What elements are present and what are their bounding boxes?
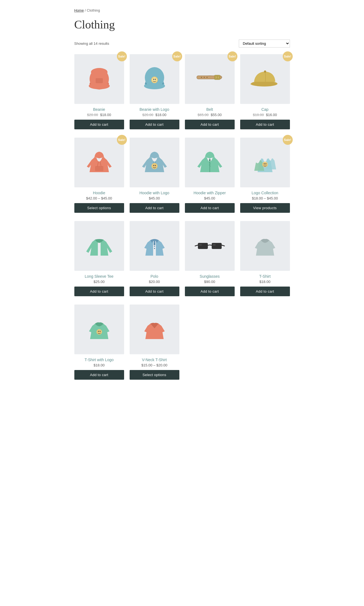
- product-image-wrap-cap: Sale!: [240, 54, 290, 104]
- svg-point-45: [154, 246, 155, 247]
- add-to-cart-tshirt-logo[interactable]: Add to cart: [74, 370, 124, 380]
- product-card-beanie-logo: Sale! Beanie with Logo $20.00 $18.00: [130, 54, 179, 129]
- product-name-long-sleeve: Long Sleeve Tee: [85, 274, 113, 279]
- product-price-belt: $65.00 $55.00: [198, 113, 222, 117]
- add-to-cart-beanie[interactable]: Add to cart: [74, 120, 124, 129]
- product-image-wrap-hoodie-zipper: [185, 138, 235, 187]
- product-name-cap: Cap: [261, 107, 269, 112]
- product-card-sunglasses: Sunglasses $90.00 Add to cart: [185, 221, 235, 296]
- svg-line-49: [195, 245, 198, 246]
- svg-point-13: [155, 79, 156, 80]
- svg-rect-48: [212, 243, 222, 249]
- svg-point-16: [201, 77, 202, 78]
- svg-point-18: [206, 77, 208, 78]
- add-to-cart-polo[interactable]: Add to cart: [130, 287, 179, 296]
- svg-point-42: [264, 163, 265, 164]
- add-to-cart-hoodie-logo[interactable]: Add to cart: [130, 203, 179, 213]
- svg-point-31: [153, 165, 154, 166]
- product-image-wrap-beanie: Sale!: [74, 54, 124, 104]
- svg-rect-47: [198, 243, 208, 249]
- product-price-tshirt-logo: $18.00: [94, 363, 105, 367]
- product-card-vneck: V-Neck T-Shirt $15.00 – $20.00 Select op…: [130, 305, 179, 380]
- select-options-vneck[interactable]: Select options: [130, 370, 179, 380]
- add-to-cart-belt[interactable]: Add to cart: [185, 120, 235, 129]
- product-card-tshirt-logo: T-Shirt with Logo $18.00 Add to cart: [74, 305, 124, 380]
- breadcrumb-home[interactable]: Home: [74, 8, 84, 12]
- svg-point-23: [264, 70, 266, 73]
- product-price-beanie-logo: $20.00 $18.00: [142, 113, 166, 117]
- product-card-beanie: Sale! Beanie $20.00 $18.00 Add to cart: [74, 54, 124, 129]
- add-to-cart-hoodie-zipper[interactable]: Add to cart: [185, 203, 235, 213]
- add-to-cart-beanie-logo[interactable]: Add to cart: [130, 120, 179, 129]
- product-image-wrap-polo: [130, 221, 179, 271]
- svg-point-55: [99, 331, 101, 332]
- sale-badge-beanie: Sale!: [117, 51, 127, 61]
- sale-badge-belt: Sale!: [227, 51, 237, 61]
- product-price-hoodie: $42.00 – $45.00: [86, 196, 112, 200]
- svg-point-43: [265, 163, 266, 164]
- product-name-polo: Polo: [150, 274, 158, 279]
- svg-point-30: [151, 163, 158, 169]
- product-card-long-sleeve: Long Sleeve Tee $25.00 Add to cart: [74, 221, 124, 296]
- product-name-sunglasses: Sunglasses: [200, 274, 219, 279]
- add-to-cart-long-sleeve[interactable]: Add to cart: [74, 287, 124, 296]
- view-products-logo-collection[interactable]: View products: [240, 203, 290, 213]
- results-count: Showing all 14 results: [74, 41, 109, 46]
- svg-rect-27: [95, 166, 103, 171]
- product-card-hoodie: Sale! Hoodie $42: [74, 138, 124, 213]
- toolbar: Showing all 14 results Default sorting S…: [74, 40, 290, 48]
- svg-rect-52: [213, 244, 216, 246]
- product-price-beanie: $20.00 $18.00: [87, 113, 111, 117]
- page-title: Clothing: [74, 18, 290, 31]
- product-card-cap: Sale! Cap $18.00 $16.00: [240, 54, 290, 129]
- product-price-hoodie-logo: $45.00: [149, 196, 160, 200]
- product-price-long-sleeve: $25.00: [94, 280, 105, 284]
- svg-rect-40: [209, 159, 211, 161]
- product-card-logo-collection: Sale! Logo Collection: [240, 138, 290, 213]
- product-price-logo-collection: $18.00 – $45.00: [252, 196, 278, 200]
- sort-select[interactable]: Default sorting Sort by popularity Sort …: [239, 40, 290, 48]
- svg-point-46: [154, 248, 155, 249]
- product-price-cap: $18.00 $16.00: [253, 113, 277, 117]
- product-image-wrap-beanie-logo: Sale!: [130, 54, 179, 104]
- product-name-vneck: V-Neck T-Shirt: [142, 358, 167, 362]
- svg-point-24: [250, 82, 276, 86]
- product-image-wrap-belt: Sale!: [185, 54, 235, 104]
- product-image-wrap-vneck: [130, 305, 179, 354]
- product-card-belt: Sale! Belt $65.00 $55: [185, 54, 235, 129]
- product-price-sunglasses: $90.00: [204, 280, 215, 284]
- product-card-hoodie-zipper: Hoodie with Zipper $45.00 Add to cart: [185, 138, 235, 213]
- svg-point-5: [91, 68, 108, 76]
- product-name-tshirt: T-Shirt: [259, 274, 271, 279]
- product-name-hoodie-logo: Hoodie with Logo: [139, 191, 169, 195]
- product-card-hoodie-logo: Hoodie with Logo $45.00 Add to cart: [130, 138, 179, 213]
- product-price-polo: $20.00: [149, 280, 160, 284]
- product-card-tshirt: T-Shirt $18.00 Add to cart: [240, 221, 290, 296]
- svg-point-17: [204, 77, 205, 78]
- add-to-cart-sunglasses[interactable]: Add to cart: [185, 287, 235, 296]
- svg-point-54: [98, 331, 99, 332]
- product-name-beanie-logo: Beanie with Logo: [140, 107, 169, 112]
- breadcrumb: Home / Clothing: [74, 8, 290, 12]
- product-card-polo: Polo $20.00 Add to cart: [130, 221, 179, 296]
- product-image-wrap-sunglasses: [185, 221, 235, 271]
- sale-badge-beanie-logo: Sale!: [172, 51, 182, 61]
- svg-line-50: [222, 245, 224, 246]
- product-name-beanie: Beanie: [93, 107, 105, 112]
- product-price-hoodie-zipper: $45.00: [204, 196, 215, 200]
- svg-point-44: [154, 243, 155, 245]
- product-image-wrap-long-sleeve: [74, 221, 124, 271]
- svg-rect-4: [96, 78, 103, 83]
- add-to-cart-tshirt[interactable]: Add to cart: [240, 287, 290, 296]
- select-options-hoodie[interactable]: Select options: [74, 203, 124, 213]
- breadcrumb-current: Clothing: [87, 8, 100, 12]
- product-price-vneck: $15.00 – $20.00: [142, 363, 167, 367]
- product-image-wrap-hoodie-logo: [130, 138, 179, 187]
- product-image-wrap-tshirt-logo: [74, 305, 124, 354]
- product-name-belt: Belt: [206, 107, 213, 112]
- sale-badge-cap: Sale!: [283, 51, 293, 61]
- product-name-tshirt-logo: T-Shirt with Logo: [85, 358, 114, 362]
- svg-point-32: [155, 165, 156, 166]
- products-grid: Sale! Beanie $20.00 $18.00 Add to cart S…: [74, 54, 290, 380]
- add-to-cart-cap[interactable]: Add to cart: [240, 120, 290, 129]
